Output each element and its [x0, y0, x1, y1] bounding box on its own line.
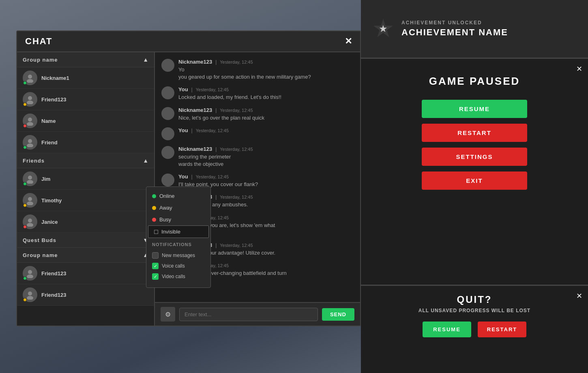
message-sender: You	[178, 86, 188, 92]
notification-voice-calls[interactable]: ✓ Voice calls	[152, 261, 205, 271]
contact-name: Friend123	[41, 96, 66, 103]
message-header: Nickname123 | Yesterday, 12:45	[178, 59, 354, 65]
list-item[interactable]: Friend123	[17, 263, 154, 284]
game-paused-title: GAME PAUSED	[429, 75, 520, 88]
chat-input[interactable]	[179, 308, 318, 321]
table-row: You | Yesterday, 12:45	[161, 127, 354, 140]
svg-point-3	[27, 101, 33, 104]
avatar	[23, 193, 37, 208]
video-calls-label: Video calls	[162, 274, 185, 279]
avatar	[23, 214, 37, 229]
svg-point-12	[28, 219, 32, 223]
message-time: Yesterday, 12:45	[220, 108, 253, 113]
list-item[interactable]: Friend123	[17, 89, 154, 110]
status-dot-green	[23, 146, 27, 149]
quit-resume-button[interactable]: RESUME	[423, 322, 471, 337]
chat-close-button[interactable]: ✕	[345, 36, 352, 47]
contact-name: Timothy	[41, 197, 62, 204]
message-header: You | Yesterday, 12:45	[178, 127, 354, 133]
table-row: Nickname123 | Yesterday, 12:45 Yoyou gea…	[161, 59, 354, 81]
sidebar-group-group-name-1[interactable]: Group name ▲	[17, 52, 154, 67]
check-icon: ✓	[154, 274, 157, 279]
group-name-label-1: Group name	[23, 57, 58, 63]
avatar	[161, 127, 174, 140]
status-dot-green	[23, 81, 27, 85]
quit-title: QUIT?	[457, 294, 492, 305]
notification-video-calls[interactable]: ✓ Video calls	[152, 271, 205, 282]
chat-input-bar: ⚙ SEND	[155, 302, 360, 326]
group-name-label-3: Quest Buds	[23, 237, 56, 243]
game-paused-panel: ✕ GAME PAUSED RESUME RESTART SETTINGS EX…	[361, 59, 588, 286]
table-row: Nickname123 | Yesterday, 12:45 Nice, let…	[161, 107, 354, 122]
status-dot-red	[23, 225, 27, 229]
message-sender: Nickname123	[178, 146, 212, 152]
sidebar-group-friends[interactable]: Friends ▲	[17, 153, 154, 168]
svg-point-15	[27, 274, 33, 278]
voice-calls-label: Voice calls	[162, 263, 185, 269]
message-content: You | Yesterday, 12:45	[178, 127, 354, 140]
status-online-item[interactable]: Online	[146, 190, 210, 202]
list-item[interactable]: Friend123	[17, 284, 154, 306]
svg-point-13	[27, 223, 33, 227]
message-sender: Nickname123	[178, 59, 212, 65]
svg-point-0	[28, 75, 32, 79]
status-dot-yellow	[23, 204, 27, 207]
list-item[interactable]: Friend	[17, 132, 154, 153]
message-sender: Nickname123	[178, 107, 212, 113]
list-item[interactable]: Janice	[17, 211, 154, 233]
contact-name: Name	[41, 118, 56, 124]
message-time: Yesterday, 12:45	[220, 195, 253, 199]
notifications-label: NOTIFICATIONS	[152, 242, 205, 247]
group-name-label-4: Group name	[23, 252, 58, 258]
voice-calls-checkbox[interactable]: ✓	[152, 263, 159, 269]
right-panels: ★ ACHIEVEMENT UNLOCKED ACHIEVEMENT NAME …	[361, 0, 588, 373]
achievement-text: ACHIEVEMENT UNLOCKED ACHIEVEMENT NAME	[401, 20, 576, 38]
online-indicator	[152, 194, 156, 198]
message-content: Nickname123 | Yesterday, 12:45 securing …	[178, 146, 354, 168]
quit-close-button[interactable]: ✕	[576, 292, 582, 300]
notification-new-messages[interactable]: New messages	[152, 250, 205, 261]
contact-name: Jim	[41, 176, 50, 182]
settings-menu-button[interactable]: SETTINGS	[422, 148, 527, 166]
svg-point-10	[28, 197, 32, 201]
message-time: Yesterday, 12:45	[220, 147, 253, 152]
restart-button[interactable]: RESTART	[422, 124, 527, 142]
star-icon: ★	[373, 19, 393, 39]
sidebar-group-quest-buds[interactable]: Quest Buds ▼	[17, 233, 154, 248]
avatar	[161, 86, 174, 99]
check-icon: ✓	[154, 264, 157, 269]
contact-name: Janice	[41, 219, 58, 225]
avatar	[23, 171, 37, 186]
message-time: Yesterday, 12:45	[196, 87, 229, 92]
video-calls-checkbox[interactable]: ✓	[152, 273, 159, 280]
list-item[interactable]: Jim	[17, 168, 154, 190]
quit-subtitle: ALL UNSAVED PROGRESS WILL BE LOST	[418, 308, 530, 313]
game-paused-close-button[interactable]: ✕	[576, 64, 582, 73]
achievement-unlocked-label: ACHIEVEMENT UNLOCKED	[401, 20, 576, 26]
exit-button[interactable]: EXIT	[422, 171, 527, 190]
contact-name: Nickname1	[41, 75, 69, 81]
new-messages-checkbox[interactable]	[152, 252, 159, 259]
quit-panel: ✕ QUIT? ALL UNSAVED PROGRESS WILL BE LOS…	[361, 286, 588, 373]
status-dot-red	[23, 124, 27, 128]
settings-button[interactable]: ⚙	[161, 307, 175, 322]
avatar	[23, 71, 37, 85]
message-text: Yoyou geared up for some action in the n…	[178, 66, 354, 81]
list-item[interactable]: Timothy	[17, 190, 154, 211]
achievement-panel: ★ ACHIEVEMENT UNLOCKED ACHIEVEMENT NAME	[361, 0, 588, 59]
status-busy-item[interactable]: Busy	[146, 214, 210, 225]
quit-restart-button[interactable]: RESTART	[478, 322, 526, 337]
message-content: Nickname123 | Yesterday, 12:45 Yoyou gea…	[178, 59, 354, 81]
message-header: You | Yesterday, 12:45	[178, 86, 354, 92]
resume-button[interactable]: RESUME	[422, 100, 527, 118]
list-item[interactable]: Name	[17, 110, 154, 132]
avatar	[23, 287, 37, 302]
status-away-item[interactable]: Away	[146, 202, 210, 214]
status-away-label: Away	[159, 205, 172, 211]
message-time: Yesterday, 12:45	[196, 174, 229, 179]
status-dot-yellow	[23, 298, 27, 302]
list-item[interactable]: Nickname1	[17, 67, 154, 89]
sidebar-group-group-name-2[interactable]: Group name ▲	[17, 248, 154, 263]
status-invisible-item[interactable]: Invisible	[148, 225, 209, 238]
send-button[interactable]: SEND	[322, 308, 354, 321]
